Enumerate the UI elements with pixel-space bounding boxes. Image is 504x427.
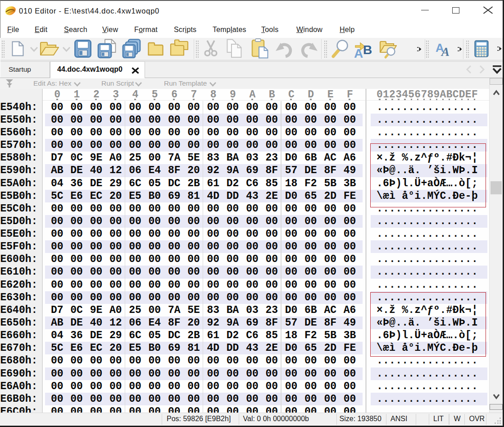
svg-text:B: B xyxy=(363,43,372,57)
svg-text:A: A xyxy=(440,45,450,59)
svg-text:A: A xyxy=(354,46,363,60)
